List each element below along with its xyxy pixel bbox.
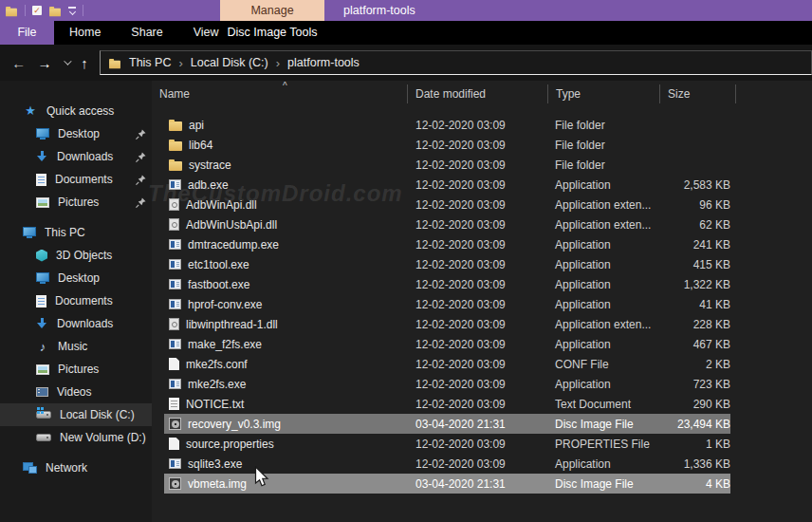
qat-divider [25,5,26,16]
sidebar-item-label: Pictures [58,196,99,209]
videos-film-icon [36,387,48,397]
forward-icon[interactable]: → [38,56,52,70]
file-size: 41 KB [660,298,730,311]
tab-home[interactable]: Home [54,21,116,45]
app-window-icon [169,239,181,250]
breadcrumb-chevron-icon[interactable]: › [276,56,280,70]
sidebar-item-3d-objects[interactable]: 3D Objects [0,244,152,267]
file-date-modified: 12-02-2020 03:09 [408,438,548,451]
file-row-notice-txt[interactable]: NOTICE.txt12-02-2020 03:09Text Document2… [164,394,730,414]
breadcrumb-segment[interactable]: This PC [129,56,171,69]
column-header-name[interactable]: Name [152,81,408,107]
sidebar-item-downloads[interactable]: Downloads [0,312,152,335]
tab-share[interactable]: Share [116,21,177,45]
file-row-sqlite3-exe[interactable]: sqlite3.exe12-02-2020 03:09Application1,… [164,454,730,474]
file-type: CONF File [548,358,660,371]
disc-image-icon [169,418,181,430]
file-row-fastboot-exe[interactable]: fastboot.exe12-02-2020 03:09Application1… [164,274,730,294]
file-row-api[interactable]: api12-02-2020 03:09File folder [164,115,730,135]
sidebar-item-downloads[interactable]: Downloads [0,145,152,168]
document-file-icon [36,295,46,308]
sidebar-item-local-disk-c[interactable]: Local Disk (C:) [0,403,152,426]
manage-contextual-header[interactable]: Manage [220,0,324,21]
file-row-source-properties[interactable]: source.properties12-02-2020 03:09PROPERT… [164,434,730,454]
qat-dropdown-icon[interactable] [68,7,76,14]
dll-file-icon [169,218,179,231]
breadcrumb-segment[interactable]: platform-tools [287,56,360,69]
folder-icon [169,141,182,151]
file-row-lib64[interactable]: lib6412-02-2020 03:09File folder [164,135,730,155]
app-window-icon [169,339,181,349]
file-type: Disc Image File [548,418,660,431]
file-row-etc1tool-exe[interactable]: etc1tool.exe12-02-2020 03:09Application4… [164,254,730,274]
file-size: 96 KB [660,198,730,212]
blank-file-icon [169,358,179,370]
ribbon-tab-row: File HomeShareView Disc Image Tools [0,21,812,45]
file-row-systrace[interactable]: systrace12-02-2020 03:09File folder [164,155,730,175]
file-name: etc1tool.exe [188,258,249,271]
sidebar-item-desktop[interactable]: Desktop [0,122,152,145]
file-row-hprof-conv-exe[interactable]: hprof-conv.exe12-02-2020 03:09Applicatio… [164,294,730,314]
back-icon[interactable]: ← [11,56,26,70]
file-row-adbwinapi-dll[interactable]: AdbWinApi.dll12-02-2020 03:09Application… [164,195,730,214]
file-size: 290 KB [660,398,730,411]
file-row-mke2fs-conf[interactable]: mke2fs.conf12-02-2020 03:09CONF File2 KB [164,354,730,374]
ribbon-tabs: HomeShareView [54,21,234,45]
sidebar-item-documents[interactable]: Documents [0,289,152,312]
file-type: Application [548,258,660,271]
tab-file[interactable]: File [0,21,54,45]
disc-image-icon [169,477,181,490]
breadcrumb-chevron-icon[interactable]: › [178,56,182,70]
sidebar-item-quick-access[interactable]: Quick access [0,100,152,122]
address-bar[interactable]: This PC›Local Disk (C:)›platform-tools [100,50,812,75]
sidebar-item-documents[interactable]: Documents [0,168,152,191]
file-row-vbmeta-img[interactable]: vbmeta.img03-04-2020 21:31Disc Image Fil… [164,474,730,494]
pin-icon [136,152,146,162]
breadcrumb-segment[interactable]: Local Disk (C:) [191,56,268,69]
sidebar-item-desktop[interactable]: Desktop [0,267,152,289]
hdd-windows-icon [36,411,51,419]
folder-icon [169,161,182,171]
column-header-type[interactable]: Type [548,81,660,107]
downloads-arrow-icon [36,318,48,330]
file-name: mke2fs.conf [186,358,248,371]
file-row-adb-exe[interactable]: adb.exe12-02-2020 03:09Application2,583 … [164,175,730,195]
sidebar-item-pictures[interactable]: Pictures [0,191,152,214]
blank-file-icon [169,438,179,450]
file-name: make_f2fs.exe [188,338,262,351]
main-area: Quick accessDesktopDownloadsDocumentsPic… [0,81,812,522]
sidebar-item-this-pc[interactable]: This PC [0,221,152,244]
file-row-make-f2fs-exe[interactable]: make_f2fs.exe12-02-2020 03:09Application… [164,334,730,354]
checkmark-icon[interactable]: ✓ [32,6,42,15]
file-list-panel: ^ NameDate modifiedTypeSize api12-02-202… [152,81,812,522]
sidebar-item-label: This PC [45,226,85,239]
column-header-date-modified[interactable]: Date modified [408,81,548,107]
dll-file-icon [169,318,179,330]
sidebar-item-new-volume-d[interactable]: New Volume (D:) [0,426,152,449]
recent-locations-chevron-icon[interactable] [64,57,71,65]
file-name: source.properties [186,438,274,451]
file-row-recovery-v0-3-img[interactable]: recovery_v0.3.img03-04-2020 21:31Disc Im… [164,414,730,434]
sidebar-item-label: Videos [57,385,91,399]
file-name: mke2fs.exe [188,378,246,391]
file-name: api [189,119,204,132]
folder-icon[interactable] [49,8,61,16]
pin-icon [136,197,146,208]
file-row-adbwinusbapi-dll[interactable]: AdbWinUsbApi.dll12-02-2020 03:09Applicat… [164,214,730,234]
sidebar-item-pictures[interactable]: Pictures [0,358,152,381]
file-row-mke2fs-exe[interactable]: mke2fs.exe12-02-2020 03:09Application723… [164,374,730,394]
file-row-dmtracedump-exe[interactable]: dmtracedump.exe12-02-2020 03:09Applicati… [164,234,730,254]
sidebar-item-music[interactable]: Music [0,335,152,358]
file-type: Application [548,178,660,192]
sidebar-item-videos[interactable]: Videos [0,381,152,403]
file-type: Application exten... [548,198,660,212]
text-file-icon [169,398,179,410]
sidebar-item-network[interactable]: Network [0,457,152,479]
tab-disc-image-tools[interactable]: Disc Image Tools [220,21,324,45]
up-icon[interactable]: ↑ [81,56,88,70]
column-header-size[interactable]: Size [660,81,736,107]
file-name: hprof-conv.exe [188,298,263,311]
file-date-modified: 12-02-2020 03:09 [408,258,548,271]
file-row-libwinpthread-1-dll[interactable]: libwinpthread-1.dll12-02-2020 03:09Appli… [164,314,730,334]
file-date-modified: 12-02-2020 03:09 [408,178,548,192]
